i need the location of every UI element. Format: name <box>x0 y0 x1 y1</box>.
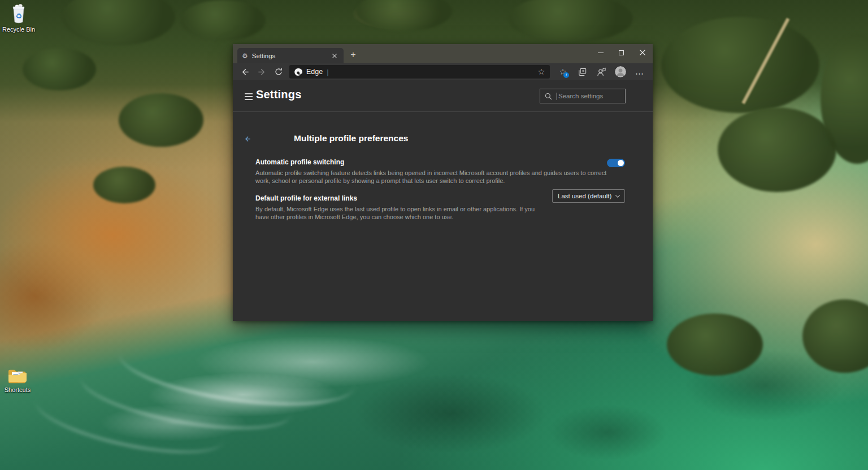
tab-title: Settings <box>252 53 329 59</box>
default-profile-dropdown[interactable]: Last used (default) <box>552 189 625 203</box>
back-button[interactable] <box>236 64 253 79</box>
feedback-person-icon <box>597 67 606 77</box>
minimize-icon <box>598 53 604 53</box>
favorites-badge: i <box>563 72 569 78</box>
forward-button[interactable] <box>253 64 270 79</box>
maximize-icon <box>619 50 624 55</box>
settings-title: Settings <box>256 88 302 101</box>
settings-header: Settings Search settings <box>233 80 653 112</box>
favorites-button[interactable]: ☆ i <box>553 64 572 79</box>
settings-menu-button[interactable] <box>245 93 253 100</box>
desktop-icon-shortcuts[interactable]: Shortcuts <box>0 367 35 393</box>
collections-button[interactable] <box>572 64 592 79</box>
profile-button[interactable] <box>611 64 630 79</box>
window-titlebar[interactable]: ⚙ Settings + <box>233 44 653 63</box>
setting-description: By default, Microsoft Edge uses the last… <box>255 206 549 221</box>
text-caret <box>557 93 557 100</box>
address-site-label: Edge <box>306 68 323 76</box>
browser-tab-settings[interactable]: ⚙ Settings <box>237 48 344 63</box>
edge-browser-window: ⚙ Settings + <box>233 44 653 321</box>
setting-row-automatic-profile-switching: Automatic profile switching Automatic pr… <box>255 158 625 185</box>
search-icon <box>545 93 552 100</box>
chevron-down-icon <box>615 193 620 197</box>
address-separator: | <box>327 68 328 76</box>
wallpaper-trees <box>509 0 633 42</box>
forward-arrow-icon <box>257 67 267 77</box>
toolbar-icons: ☆ i <box>553 64 649 79</box>
tab-close-icon[interactable] <box>329 51 339 60</box>
wallpaper-trees <box>718 107 836 192</box>
wallpaper-trees <box>93 167 155 203</box>
toggle-knob <box>618 160 624 166</box>
close-button[interactable] <box>632 44 653 61</box>
page-title: Multiple profile preferences <box>294 133 408 143</box>
window-controls <box>590 44 653 61</box>
recycle-bin-icon: ♻ <box>10 3 28 25</box>
setting-title: Default profile for external links <box>255 194 549 202</box>
wallpaper-trees <box>661 17 819 113</box>
setting-row-default-profile-external-links: Default profile for external links By de… <box>255 194 625 221</box>
wallpaper-trees <box>356 0 452 31</box>
reload-button[interactable] <box>270 64 287 79</box>
wallpaper-trees <box>62 0 175 45</box>
address-bar[interactable]: Edge | ☆ <box>289 65 550 79</box>
desktop-icon-label: Shortcuts <box>5 386 31 393</box>
setting-title: Automatic profile switching <box>255 158 607 166</box>
close-icon <box>640 50 645 55</box>
dropdown-selected-value: Last used (default) <box>558 193 611 199</box>
automatic-profile-switching-toggle[interactable] <box>607 159 625 167</box>
minimize-button[interactable] <box>590 44 611 61</box>
wallpaper-trees <box>667 314 763 376</box>
reload-icon <box>274 67 283 76</box>
hamburger-icon <box>245 93 253 94</box>
settings-page: Multiple profile preferences Automatic p… <box>233 112 653 321</box>
ellipsis-icon: … <box>635 67 644 77</box>
settings-gear-favicon-icon: ⚙ <box>242 53 248 59</box>
wallpaper-trees <box>23 48 96 90</box>
collections-icon <box>578 67 587 77</box>
page-back-button[interactable] <box>240 132 255 146</box>
new-tab-button[interactable]: + <box>347 49 359 60</box>
back-chevron-icon <box>244 135 251 143</box>
desktop-icon-recycle-bin[interactable]: ♻ Recycle Bin <box>1 3 36 33</box>
wallpaper-trees <box>802 299 868 373</box>
svg-text:♻: ♻ <box>15 12 22 20</box>
wallpaper-trees <box>181 0 266 41</box>
browser-toolbar: Edge | ☆ ☆ i <box>233 63 653 80</box>
edge-logo-icon <box>294 68 303 76</box>
feedback-button[interactable] <box>592 64 611 79</box>
search-settings-input[interactable]: Search settings <box>540 89 626 103</box>
desktop-icon-label: Recycle Bin <box>2 26 35 33</box>
folder-icon <box>7 367 28 385</box>
wallpaper-trees <box>119 93 203 147</box>
search-placeholder: Search settings <box>558 93 603 99</box>
more-menu-button[interactable]: … <box>630 64 649 79</box>
favorite-star-icon[interactable]: ☆ <box>534 66 549 78</box>
maximize-button[interactable] <box>611 44 632 61</box>
profile-avatar <box>615 66 626 77</box>
back-arrow-icon <box>240 67 250 77</box>
setting-description: Automatic profile switching feature dete… <box>255 169 607 185</box>
